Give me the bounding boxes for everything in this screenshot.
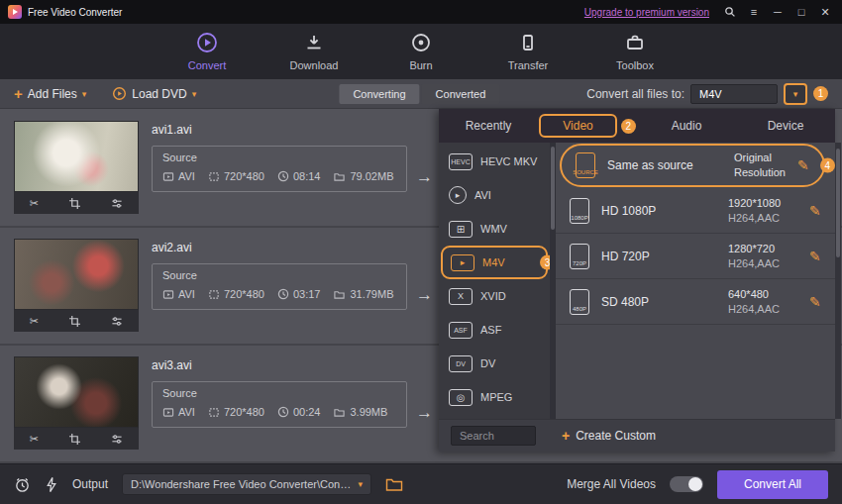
tab-transfer[interactable]: Transfer [498, 32, 558, 71]
hevc-mkv-icon: HEVC [449, 153, 473, 170]
open-folder-icon[interactable] [385, 477, 403, 492]
output-format-select[interactable]: M4V [690, 84, 778, 104]
tab-converted[interactable]: Converted [422, 84, 500, 104]
dvd-icon [112, 86, 127, 101]
format-item-xvid[interactable]: X XVID [441, 279, 548, 313]
file-name: avi1.avi [152, 123, 407, 137]
duration-detail: 03:17 [277, 288, 321, 300]
effects-icon[interactable] [111, 316, 123, 327]
tab-audio[interactable]: Audio [637, 109, 736, 143]
edit-preset-icon[interactable]: ✎ [797, 157, 809, 173]
edit-preset-icon[interactable]: ✎ [809, 249, 821, 264]
queue-tabs: Converting Converted [339, 79, 499, 108]
search-input[interactable] [451, 426, 536, 446]
dv-icon: DV [449, 355, 473, 372]
source-box: Source AVI 720*480 03:17 [152, 263, 407, 310]
toolbox-icon [624, 32, 646, 55]
maximize-button[interactable]: □ [792, 3, 810, 21]
preset-sd-480p[interactable]: 480P SD 480P 640*480 H264,AAC ✎ [556, 279, 835, 325]
thumbnail-image [14, 356, 139, 428]
transfer-icon [517, 32, 539, 55]
thumbnail-toolbar: ✂ [14, 310, 139, 332]
plus-icon: + [14, 85, 23, 102]
download-icon [303, 32, 325, 55]
source-file-icon: SOURCE [576, 152, 595, 178]
merge-toggle[interactable] [670, 476, 703, 492]
thumbnail-image [14, 239, 139, 310]
trim-icon[interactable]: ✂ [30, 197, 39, 210]
titlebar: Free Video Converter Upgrade to premium … [0, 0, 842, 24]
preset-same-as-source[interactable]: SOURCE Same as source Original Resolutio… [560, 144, 825, 187]
file-name: avi2.avi [152, 241, 407, 254]
effects-icon[interactable] [111, 198, 123, 209]
search-icon[interactable] [721, 3, 739, 21]
minimize-button[interactable]: ─ [769, 3, 787, 21]
format-item-wmv[interactable]: ⊞ WMV [441, 212, 548, 246]
trim-icon[interactable]: ✂ [30, 433, 39, 446]
format-item-asf[interactable]: ASF ASF [441, 313, 548, 347]
output-path-select[interactable]: D:\Wondershare Free Video Converter\Conv… [122, 473, 371, 495]
convert-all-to-label: Convert all files to: [586, 87, 684, 101]
tab-recently[interactable]: Recently [439, 109, 538, 143]
trim-icon[interactable]: ✂ [30, 315, 39, 328]
bottom-bar: Output D:\Wondershare Free Video Convert… [0, 463, 842, 504]
resolution-detail: 720*480 [208, 288, 264, 300]
file-name: avi3.avi [152, 358, 407, 372]
chevron-down-icon[interactable]: ▾ [82, 89, 87, 99]
tab-video[interactable]: Video 2 [538, 109, 637, 143]
tab-convert[interactable]: Convert [177, 32, 237, 71]
format-panel-tabs: Recently Video 2 Audio Device [439, 109, 835, 143]
format-item-m4v[interactable]: ▸ M4V 3 [441, 246, 548, 279]
format-item-avi[interactable]: ▸ AVI [441, 178, 548, 212]
duration-detail: 00:24 [277, 406, 321, 418]
thumbnail-toolbar: ✂ [14, 428, 139, 450]
create-custom-button[interactable]: + Create Custom [562, 428, 656, 444]
step-badge-4: 4 [820, 158, 835, 173]
upgrade-link[interactable]: Upgrade to premium version [584, 7, 709, 18]
chevron-down-icon: ▾ [359, 479, 364, 489]
high-speed-icon[interactable] [45, 476, 58, 493]
chevron-down-icon: ▾ [793, 89, 798, 99]
size-detail: 31.79MB [333, 288, 393, 300]
crop-icon[interactable] [69, 198, 80, 209]
app-window: Free Video Converter Upgrade to premium … [0, 0, 842, 504]
convert-direction-arrow-icon: → [416, 167, 433, 187]
tab-device[interactable]: Device [736, 109, 835, 143]
preset-list-scrollbar[interactable] [835, 143, 841, 419]
format-item-mpeg[interactable]: ◎ MPEG [441, 380, 548, 414]
output-label: Output [72, 477, 108, 491]
app-title: Free Video Converter [28, 7, 122, 18]
file-info: avi3.avi Source AVI 720*480 [152, 356, 407, 461]
format-picker-panel: Recently Video 2 Audio Device HEVC HEVC … [439, 109, 835, 452]
convert-all-button[interactable]: Convert All [717, 470, 828, 499]
add-files-button[interactable]: + Add Files ▾ [14, 85, 86, 102]
tab-burn[interactable]: Burn [391, 32, 451, 71]
video-thumbnail: ✂ [14, 239, 139, 344]
edit-preset-icon[interactable]: ✎ [809, 203, 821, 219]
step-badge-2: 2 [621, 119, 636, 134]
close-button[interactable]: ✕ [816, 3, 834, 21]
tab-converting[interactable]: Converting [339, 84, 419, 104]
effects-icon[interactable] [111, 434, 123, 445]
output-format-dropdown-button[interactable]: ▾ [784, 83, 807, 105]
source-box: Source AVI 720*480 08:14 [152, 146, 407, 192]
asf-icon: ASF [449, 322, 473, 339]
edit-preset-icon[interactable]: ✎ [809, 294, 821, 310]
chevron-down-icon[interactable]: ▾ [192, 89, 197, 99]
crop-icon[interactable] [69, 434, 80, 445]
480p-file-icon: 480P [570, 289, 589, 315]
format-item-dv[interactable]: DV DV [441, 347, 548, 380]
crop-icon[interactable] [69, 316, 80, 327]
load-dvd-button[interactable]: Load DVD ▾ [112, 86, 196, 101]
schedule-icon[interactable] [14, 476, 31, 493]
output-path: D:\Wondershare Free Video Converter\Conv… [131, 478, 352, 490]
tab-toolbox[interactable]: Toolbox [605, 32, 665, 71]
format-item-hevc-mkv[interactable]: HEVC HEVC MKV [441, 145, 548, 178]
file-info: avi1.avi Source AVI 720*480 [152, 121, 407, 226]
video-thumbnail: ✂ [14, 121, 139, 226]
format-panel-footer: + Create Custom [439, 419, 835, 452]
preset-hd-1080p[interactable]: 1080P HD 1080P 1920*1080 H264,AAC ✎ [556, 188, 835, 234]
tab-download[interactable]: Download [284, 32, 344, 71]
preset-hd-720p[interactable]: 720P HD 720P 1280*720 H264,AAC ✎ [556, 234, 835, 279]
menu-icon[interactable]: ≡ [745, 3, 763, 21]
